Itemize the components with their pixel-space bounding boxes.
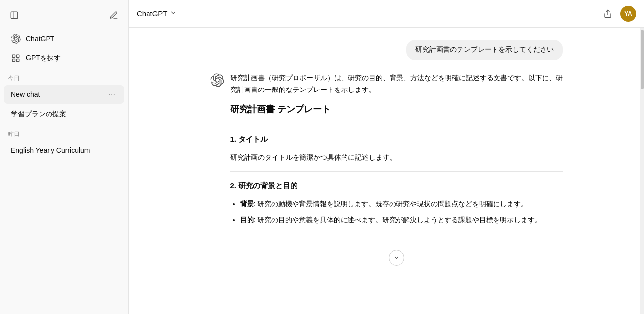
- svg-rect-3: [17, 55, 19, 57]
- sidebar: ChatGPT GPTを探す 今日 New chat ··· 学習プランの提案 …: [0, 0, 129, 314]
- chat-item-english-curriculum[interactable]: English Yearly Curriculum ···: [4, 141, 124, 160]
- chatgpt-nav-label: ChatGPT: [26, 35, 54, 43]
- chat-item-label: English Yearly Curriculum: [11, 146, 107, 154]
- bullet-label-background: 背景: [240, 200, 254, 208]
- section2-heading: 2. 研究の背景と目的: [230, 179, 563, 192]
- section1-body: 研究計画のタイトルを簡潔かつ具体的に記述します。: [230, 152, 563, 164]
- header-right: YA: [600, 6, 636, 22]
- toggle-sidebar-button[interactable]: [7, 8, 22, 23]
- section-yesterday-label: 昨日: [0, 124, 128, 140]
- gpts-nav-label: GPTを探す: [26, 54, 61, 63]
- header: ChatGPT YA: [129, 0, 644, 28]
- assistant-intro-text: 研究計画書（研究プロポーザル）は、研究の目的、背景、方法などを明確に記述する文書…: [230, 72, 563, 96]
- chat-item-study-plan[interactable]: 学習プランの提案 ···: [4, 105, 124, 124]
- bullet-label-purpose: 目的: [240, 216, 254, 224]
- scroll-down-area: [230, 246, 563, 266]
- section-today-label: 今日: [0, 68, 128, 85]
- chat-content: 研究計画書のテンプレートを示してください 研究計画書（研究プロポーザル）は、研究…: [198, 40, 575, 277]
- chat-item-new-chat[interactable]: New chat ···: [4, 85, 124, 104]
- template-title: 研究計画書 テンプレート: [230, 102, 563, 117]
- chatgpt-icon: [11, 34, 21, 44]
- divider-2: [230, 171, 563, 172]
- main-area: ChatGPT YA 研究計画書のテンプレートを示してください: [129, 0, 644, 314]
- chat-area[interactable]: 研究計画書のテンプレートを示してください 研究計画書（研究プロポーザル）は、研究…: [129, 28, 644, 314]
- svg-rect-4: [12, 59, 15, 62]
- chat-item-label: New chat: [11, 90, 107, 98]
- section1-heading: 1. タイトル: [230, 133, 563, 146]
- share-button[interactable]: [600, 6, 615, 21]
- user-bubble: 研究計画書のテンプレートを示してください: [406, 40, 563, 60]
- sidebar-top-icons: [0, 4, 128, 27]
- chat-more-button[interactable]: ···: [107, 89, 117, 100]
- chat-item-label: 学習プランの提案: [11, 110, 107, 119]
- sidebar-item-gpts[interactable]: GPTを探す: [4, 49, 124, 67]
- divider-1: [230, 125, 563, 125]
- scroll-down-button[interactable]: [389, 250, 404, 266]
- svg-rect-2: [12, 55, 15, 57]
- scrollbar-thumb: [641, 30, 644, 89]
- new-chat-icon-button[interactable]: [106, 8, 121, 23]
- assistant-message: 研究計画書（研究プロポーザル）は、研究の目的、背景、方法などを明確に記述する文書…: [210, 72, 563, 266]
- user-message-wrap: 研究計画書のテンプレートを示してください: [210, 40, 563, 60]
- user-avatar[interactable]: YA: [620, 6, 636, 22]
- svg-rect-0: [11, 12, 18, 19]
- bullet-text-purpose: : 研究の目的や意義を具体的に述べます。研究が解決しようとする課題や目標を明示し…: [254, 216, 542, 224]
- bullet-text-background: : 研究の動機や背景情報を説明します。既存の研究や現状の問題点などを明確にします…: [254, 200, 528, 208]
- list-item-purpose: 目的: 研究の目的や意義を具体的に述べます。研究が解決しようとする課題や目標を明…: [240, 214, 563, 226]
- sidebar-item-chatgpt[interactable]: ChatGPT: [4, 30, 124, 47]
- grid-icon: [11, 53, 21, 63]
- header-left: ChatGPT: [137, 9, 177, 18]
- chevron-down-icon: [170, 9, 177, 18]
- assistant-avatar-icon: [210, 73, 224, 87]
- header-title: ChatGPT: [137, 9, 168, 18]
- assistant-content: 研究計画書（研究プロポーザル）は、研究の目的、背景、方法などを明確に記述する文書…: [230, 72, 563, 266]
- scrollbar: [640, 28, 644, 314]
- section2-list: 背景: 研究の動機や背景情報を説明します。既存の研究や現状の問題点などを明確にし…: [230, 198, 563, 226]
- svg-rect-5: [17, 59, 19, 62]
- list-item-background: 背景: 研究の動機や背景情報を説明します。既存の研究や現状の問題点などを明確にし…: [240, 198, 563, 210]
